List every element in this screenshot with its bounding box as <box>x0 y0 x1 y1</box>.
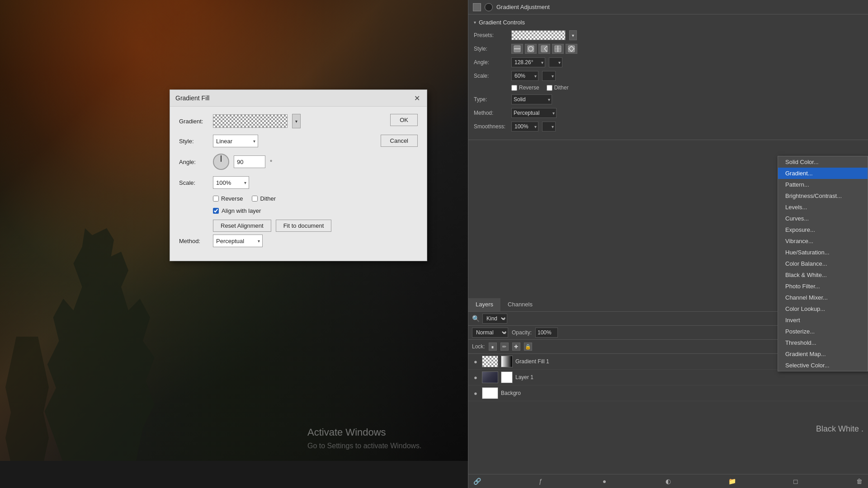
method-select-panel[interactable]: Perceptual <box>511 108 557 118</box>
menu-item-photo-filter[interactable]: Photo Filter... <box>778 281 868 292</box>
presets-arrow[interactable]: ▾ <box>569 30 577 40</box>
menu-item-color-balance[interactable]: Color Balance... <box>778 258 868 269</box>
activate-windows-watermark: Activate Windows Go to Settings to activ… <box>307 424 422 452</box>
menu-item-posterize[interactable]: Posterize... <box>778 326 868 337</box>
visibility-icon-bg[interactable]: ● <box>472 389 479 397</box>
lock-label: Lock: <box>472 343 485 350</box>
menu-item-solid-color[interactable]: Solid Color... <box>778 156 868 168</box>
layers-tab[interactable]: Layers <box>468 298 500 311</box>
scale-input-panel[interactable] <box>511 71 538 81</box>
angle-dial[interactable] <box>213 154 229 170</box>
lock-position-icon[interactable]: ✏ <box>500 343 509 351</box>
menu-item-gradient[interactable]: Gradient... <box>778 168 868 179</box>
right-panel: Gradient Adjustment ▾ Gradient Controls … <box>468 0 868 488</box>
smoothness-label-panel: Smoothness: <box>474 123 508 130</box>
dialog-style-select[interactable]: Linear Radial Angle Reflected Diamond <box>213 135 258 147</box>
gradient-adjustment-header: Gradient Adjustment <box>468 0 868 14</box>
visibility-icon-photo[interactable]: ● <box>472 374 479 381</box>
layer-mask-photo <box>501 371 513 383</box>
dialog-dither-checkbox[interactable] <box>252 196 258 202</box>
opacity-label: Opacity: <box>512 329 532 336</box>
dialog-close-button[interactable]: ✕ <box>412 94 421 103</box>
adjustment-icon[interactable]: ◐ <box>663 476 673 486</box>
dialog-align-checkbox[interactable] <box>213 208 219 214</box>
menu-item-curves[interactable]: Curves... <box>778 213 868 224</box>
lock-all-icon[interactable]: 🔒 <box>524 343 532 351</box>
presets-dropdown[interactable] <box>511 30 566 40</box>
dither-checkbox-panel[interactable] <box>547 85 552 91</box>
layer-item-background[interactable]: ● Backgro <box>468 385 868 401</box>
layer-thumb-photo <box>482 371 498 383</box>
presets-label: Presets: <box>474 32 508 38</box>
style-diamond-icon[interactable] <box>566 44 577 54</box>
reset-alignment-button[interactable]: Reset Alignment <box>213 220 271 232</box>
dialog-reverse-checkbox[interactable] <box>213 196 219 202</box>
angle-input-dialog[interactable] <box>234 155 265 168</box>
menu-item-invert[interactable]: Invert <box>778 314 868 326</box>
dialog-method-row: Method: Perceptual Linear Classic <box>179 235 418 247</box>
scale-dropdown-panel[interactable] <box>542 71 556 81</box>
gradient-adjustment-title: Gradient Adjustment <box>496 4 550 10</box>
menu-item-exposure[interactable]: Exposure... <box>778 224 868 235</box>
dialog-scale-select[interactable]: 100% 50% 150% <box>213 176 249 189</box>
menu-item-threshold[interactable]: Threshold... <box>778 337 868 348</box>
opacity-input[interactable] <box>535 328 558 338</box>
collapse-arrow-icon[interactable]: ▾ <box>474 20 476 25</box>
angle-input-panel[interactable] <box>511 57 545 67</box>
search-icon[interactable]: 🔍 <box>472 315 480 322</box>
gradient-controls-label: Gradient Controls <box>479 19 525 26</box>
delete-icon[interactable]: 🗑 <box>854 476 864 486</box>
lock-artboard-icon[interactable]: ✚ <box>512 343 520 351</box>
menu-item-gradient-map[interactable]: Gradient Map... <box>778 348 868 360</box>
style-radial-icon[interactable] <box>525 44 537 54</box>
link-icon[interactable]: 🔗 <box>472 476 482 486</box>
ok-button[interactable]: OK <box>390 114 418 126</box>
reverse-checkbox-label[interactable]: Reverse <box>511 84 539 91</box>
angle-dropdown-panel[interactable] <box>549 57 562 67</box>
style-reflected-icon[interactable] <box>552 44 564 54</box>
style-angle-icon[interactable] <box>538 44 550 54</box>
lock-pixels-icon[interactable]: ∎ <box>489 343 497 351</box>
smoothness-dropdown-panel[interactable] <box>542 122 556 131</box>
angle-label-panel: Angle: <box>474 59 508 66</box>
dialog-method-select[interactable]: Perceptual Linear Classic <box>213 235 263 247</box>
menu-item-levels[interactable]: Levels... <box>778 202 868 213</box>
layer-mask-gradient <box>501 356 513 367</box>
gradient-picker-button[interactable] <box>213 114 288 128</box>
kind-select[interactable]: Kind <box>482 314 507 324</box>
new-layer-icon[interactable]: ◻ <box>791 476 801 486</box>
blend-mode-wrapper: Normal <box>472 328 508 338</box>
dialog-checkbox-row: Reverse Dither <box>179 195 418 202</box>
layer-item-photo[interactable]: ● Layer 1 <box>468 370 868 385</box>
style-linear-icon[interactable] <box>511 44 523 54</box>
menu-item-black-white[interactable]: Black & White... <box>778 269 868 281</box>
menu-item-selective-color[interactable]: Selective Color... <box>778 360 868 371</box>
effects-icon[interactable]: ƒ <box>536 476 546 486</box>
fit-to-document-button[interactable]: Fit to document <box>276 220 332 232</box>
channels-tab[interactable]: Channels <box>500 298 540 311</box>
smoothness-input-panel[interactable] <box>511 122 538 131</box>
visibility-icon-gradient[interactable]: ● <box>472 358 479 365</box>
group-icon[interactable]: 📁 <box>727 476 737 486</box>
angle-dropdown-wrapper <box>549 57 562 67</box>
dialog-dither-label[interactable]: Dither <box>252 195 276 202</box>
menu-item-pattern[interactable]: Pattern... <box>778 179 868 190</box>
mask-icon[interactable]: ● <box>599 476 609 486</box>
context-menu: Solid Color... Gradient... Pattern... Br… <box>778 156 868 371</box>
cancel-button[interactable]: Cancel <box>381 135 418 147</box>
style-label: Style: <box>474 46 508 52</box>
type-label-panel: Type: <box>474 96 508 103</box>
menu-item-color-lookup[interactable]: Color Lookup... <box>778 303 868 314</box>
dither-checkbox-label[interactable]: Dither <box>547 84 569 91</box>
blend-mode-select[interactable]: Normal <box>472 328 508 338</box>
menu-item-channel-mixer[interactable]: Channel Mixer... <box>778 292 868 303</box>
smoothness-select-wrapper <box>511 122 538 131</box>
menu-item-brightness[interactable]: Brightness/Contrast... <box>778 190 868 202</box>
dialog-reverse-label[interactable]: Reverse <box>213 195 243 202</box>
menu-item-hue-saturation[interactable]: Hue/Saturation... <box>778 247 868 258</box>
menu-item-vibrance[interactable]: Vibrance... <box>778 235 868 247</box>
type-select-panel[interactable]: Solid <box>511 94 552 104</box>
reverse-checkbox-panel[interactable] <box>511 85 517 91</box>
layer-thumb-gradient <box>482 356 498 367</box>
gradient-picker-dropdown[interactable]: ▾ <box>292 114 301 128</box>
